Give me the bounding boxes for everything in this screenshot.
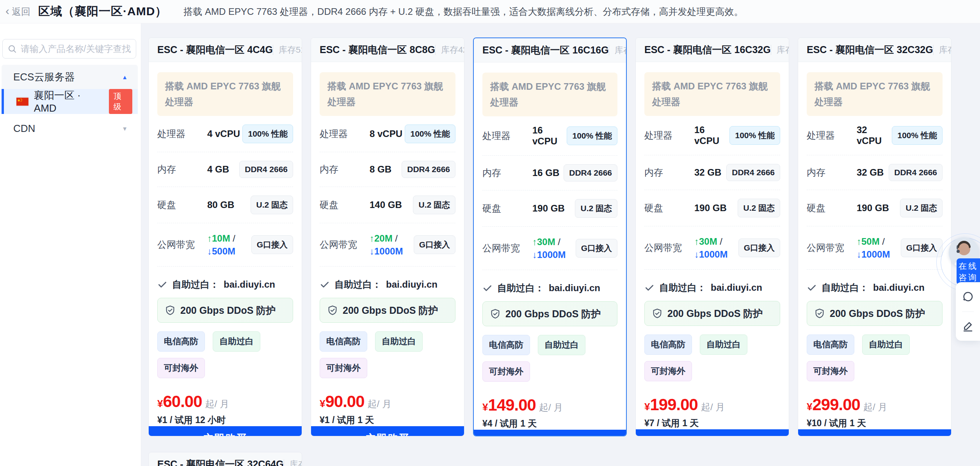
buy-now-button[interactable]: 立即购买 [311, 426, 464, 436]
port-badge: G口接入 [738, 238, 780, 257]
feature-tag: 电信高防 [157, 331, 205, 352]
currency-symbol: ¥ [320, 398, 325, 410]
stock-badge: 库存51 [279, 44, 302, 56]
top-tier-badge: 顶级 [109, 89, 132, 114]
check-icon [320, 279, 330, 290]
shield-check-icon [165, 305, 176, 316]
trial-price: ¥1 / 试用 1 天 [320, 414, 455, 426]
whitelist-link[interactable]: bai.diuyi.cn [549, 283, 600, 293]
buy-now-button[interactable]: 立即购买 [149, 426, 302, 436]
card-title: ESC - 襄阳电信一区 32C64G [157, 458, 284, 466]
feature-tag: 可封海外 [320, 358, 367, 378]
feature-tag: 电信高防 [320, 331, 367, 352]
product-card: ESC - 襄阳电信一区 16C32G 库存49 搭载 AMD EPYC 776… [635, 37, 789, 436]
spec-row-disk: 硬盘 190 GB U.2 固态 [807, 190, 943, 226]
header-divider [609, 45, 609, 55]
card-title: ESC - 襄阳电信一区 32C32G [807, 43, 933, 56]
upload-speed: ↑10M [207, 233, 230, 244]
trial-price: ¥7 / 试用 1 天 [644, 417, 780, 429]
sidebar-section-cdn[interactable]: CDN ▼ [2, 116, 138, 141]
memory-type-badge: DDR4 2666 [726, 164, 780, 181]
check-icon [807, 283, 817, 293]
memory-type-badge: DDR4 2666 [889, 164, 943, 181]
sidebar-section-ecs[interactable]: ECS云服务器 ▲ [2, 65, 138, 89]
whitelist-row: 自助过白： bai.diuyi.cn [157, 278, 293, 291]
card-header: ESC - 襄阳电信一区 16C32G 库存49 [636, 38, 789, 62]
customer-service-icon[interactable] [962, 290, 974, 303]
search-input[interactable] [21, 44, 136, 54]
spec-row-memory: 内存 8 GB DDR4 2666 [320, 152, 455, 187]
ddos-protection: 200 Gbps DDoS 防护 [320, 298, 455, 323]
upload-speed: ↑50M [857, 236, 880, 247]
card-header: ESC - 襄阳电信一区 32C64G 库存53 [149, 452, 302, 466]
bandwidth-value: ↑30M / ↓1000M [532, 235, 576, 261]
online-consult-button[interactable]: 在线咨询 [957, 258, 980, 285]
ddos-protection: 200 Gbps DDoS 防护 [644, 301, 780, 326]
card-title: ESC - 襄阳电信一区 16C16G [482, 44, 609, 57]
tag-list: 电信高防自助过白可封海外 [807, 334, 943, 381]
product-card: ESC - 襄阳电信一区 32C64G 库存53 处理器 内存 硬盘 [148, 452, 302, 466]
price-row: ¥ 60.00 起/ 月 [157, 392, 293, 411]
header-divider [771, 45, 771, 55]
disk-type-badge: U.2 固态 [575, 199, 617, 218]
cpu-performance-badge: 100% 性能 [405, 125, 455, 143]
feedback-icon[interactable] [962, 320, 974, 333]
price-value: 149.00 [488, 396, 535, 414]
sidebar-item-region-amd[interactable]: 襄阳一区 · AMD 顶级 [2, 89, 138, 114]
cpu-performance-badge: 100% 性能 [892, 126, 943, 145]
spec-row-cpu: 处理器 8 vCPU 100% 性能 [320, 116, 455, 152]
upload-speed: ↑20M [370, 233, 393, 244]
whitelist-row: 自助过白： bai.diuyi.cn [320, 278, 455, 291]
feature-tag: 电信高防 [482, 335, 530, 355]
feature-tag: 自助过白 [700, 334, 747, 355]
floating-support-widget: 在线咨询 [933, 233, 980, 350]
feature-tag: 自助过白 [375, 331, 423, 352]
whitelist-link[interactable]: bai.diuyi.cn [386, 279, 438, 290]
sidebar-section-ecs-label: ECS云服务器 [13, 70, 75, 84]
spec-row-bandwidth: 公网带宽 ↑20M / ↓1000M G口接入 [320, 223, 455, 267]
spec-row-disk: 硬盘 140 GB U.2 固态 [320, 187, 455, 223]
header-divider [284, 459, 284, 466]
shield-check-icon [327, 305, 338, 316]
back-button[interactable]: ‹ 返回 [5, 5, 30, 18]
bandwidth-value: ↑30M / ↓1000M [694, 235, 738, 261]
card-title: ESC - 襄阳电信一区 16C32G [644, 43, 771, 56]
chevron-down-icon: ▼ [122, 125, 128, 132]
cpu-performance-badge: 100% 性能 [242, 125, 293, 143]
spec-row-bandwidth: 公网带宽 ↑30M / ↓1000M G口接入 [482, 227, 617, 270]
spec-row-cpu: 处理器 4 vCPU 100% 性能 [157, 116, 293, 152]
product-card: ESC - 襄阳电信一区 32C32G 库存37 搭载 AMD EPYC 776… [798, 37, 952, 436]
currency-symbol: ¥ [807, 401, 812, 413]
check-icon [157, 279, 167, 290]
spec-row-bandwidth: 公网带宽 ↑30M / ↓1000M G口接入 [644, 226, 780, 270]
currency-symbol: ¥ [482, 401, 488, 413]
check-icon [644, 283, 655, 293]
card-header: ESC - 襄阳电信一区 16C16G 库存49 [474, 38, 626, 62]
tag-list: 电信高防自助过白可封海外 [320, 331, 455, 378]
header-divider [273, 45, 273, 55]
stock-badge: 库存37 [939, 44, 952, 56]
whitelist-link[interactable]: bai.diuyi.cn [224, 279, 275, 290]
card-body: 搭载 AMD EPYC 7763 旗舰处理器 处理器 8 vCPU 100% 性… [311, 62, 464, 426]
buy-now-button[interactable]: 立即购买 [636, 429, 789, 436]
whitelist-link[interactable]: bai.diuyi.cn [711, 282, 762, 293]
whitelist-link[interactable]: bai.diuyi.cn [873, 282, 925, 293]
disk-type-badge: U.2 固态 [738, 199, 780, 217]
port-badge: G口接入 [414, 235, 455, 254]
currency-symbol: ¥ [157, 398, 163, 410]
card-header: ESC - 襄阳电信一区 32C32G 库存37 [798, 38, 951, 62]
bandwidth-value: ↑20M / ↓1000M [370, 232, 414, 258]
card-body: 搭载 AMD EPYC 7763 旗舰处理器 处理器 16 vCPU 100% … [636, 62, 789, 429]
card-header: ESC - 襄阳电信一区 4C4G 库存51 [149, 38, 302, 62]
spec-row-memory: 内存 16 GB DDR4 2666 [482, 156, 617, 190]
buy-now-button[interactable]: 立即购买 [474, 430, 626, 436]
download-speed: ↓1000M [532, 248, 576, 261]
feature-tag: 电信高防 [807, 334, 854, 355]
trial-price: ¥10 / 试用 1 天 [807, 417, 943, 429]
back-chevron-icon: ‹ [5, 5, 9, 17]
search-box[interactable] [2, 39, 136, 59]
stock-badge: 库存49 [615, 44, 627, 56]
buy-now-button[interactable]: 立即购买 [798, 429, 951, 436]
product-description: 搭载 AMD EPYC 7763 旗舰处理器 [320, 72, 455, 116]
card-title: ESC - 襄阳电信一区 4C4G [157, 43, 273, 56]
